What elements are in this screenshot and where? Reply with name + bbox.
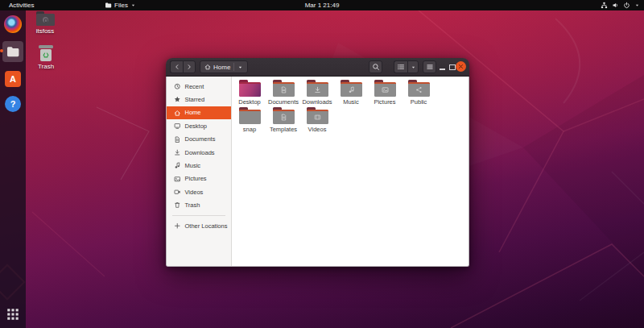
itsfoss-folder-icon <box>36 11 55 26</box>
folder-label: snap <box>243 126 256 133</box>
sidebar-item-label: Other Locations <box>185 222 228 230</box>
download-icon <box>174 149 181 156</box>
help-icon: ? <box>5 96 21 112</box>
sidebar-item-music[interactable]: Music <box>167 159 231 172</box>
folder-label: Pictures <box>374 98 395 106</box>
path-bar[interactable]: Home <box>200 60 248 73</box>
folder-icon <box>408 80 430 97</box>
show-applications-button[interactable] <box>6 307 20 322</box>
sidebar-item-trash[interactable]: Trash <box>167 199 231 212</box>
download-emblem-icon <box>314 86 321 93</box>
volume-icon <box>612 2 619 9</box>
minimize-button[interactable] <box>440 69 445 70</box>
firefox-icon <box>4 15 22 33</box>
sidebar-item-label: Videos <box>185 189 204 196</box>
folder-label: Videos <box>308 126 327 133</box>
dock-item-firefox[interactable] <box>3 15 23 34</box>
desktop-icon-trash[interactable]: Trash <box>27 45 64 70</box>
sidebar-item-label: Documents <box>185 135 216 143</box>
film-emblem-icon <box>314 114 321 121</box>
folder-label: Documents <box>268 98 299 106</box>
dock-item-files[interactable] <box>2 41 23 62</box>
folder-public[interactable]: Public <box>402 80 436 106</box>
sidebar-item-home[interactable]: Home <box>167 106 231 119</box>
clock-label: Mar 1 21:49 <box>305 2 340 9</box>
power-icon <box>623 2 630 9</box>
trash-can-icon <box>38 45 54 61</box>
sidebar-item-pictures[interactable]: Pictures <box>167 172 231 185</box>
sidebar-item-desktop[interactable]: Desktop <box>167 119 231 132</box>
path-location-label: Home <box>213 64 230 71</box>
files-icon <box>6 44 20 59</box>
clock[interactable]: Mar 1 21:49 <box>0 0 644 10</box>
maximize-button[interactable] <box>449 64 456 70</box>
sidebar-item-videos[interactable]: Videos <box>167 185 231 198</box>
list-view-button[interactable] <box>394 60 407 73</box>
ubuntu-software-icon: A <box>5 71 21 87</box>
desktop-icon <box>174 122 181 130</box>
hamburger-menu-icon <box>426 63 434 71</box>
folder-icon <box>273 80 295 97</box>
document-icon <box>174 136 181 143</box>
sidebar-item-downloads[interactable]: Downloads <box>167 146 231 159</box>
folder-downloads[interactable]: Downloads <box>300 80 334 106</box>
dock-item-ubuntu-software[interactable]: A <box>3 69 23 89</box>
sidebar-item-label: Pictures <box>185 175 207 182</box>
sidebar-item-starred[interactable]: Starred <box>167 93 231 106</box>
desktop-icon-label: itsfoss <box>36 27 55 35</box>
star-icon <box>174 96 181 103</box>
close-button[interactable] <box>456 61 466 72</box>
system-status-area[interactable] <box>601 0 640 10</box>
search-button[interactable] <box>369 60 382 73</box>
sidebar-item-documents[interactable]: Documents <box>167 133 231 146</box>
folder-videos[interactable]: Videos <box>300 107 334 134</box>
close-icon <box>458 64 464 69</box>
folder-documents[interactable]: Documents <box>266 80 300 106</box>
software-glyph: A <box>10 74 16 84</box>
list-view-icon <box>397 63 405 71</box>
chevron-down-icon <box>237 64 243 70</box>
picture-icon <box>174 176 181 183</box>
window-titlebar[interactable]: Home <box>166 58 469 77</box>
video-icon <box>174 189 181 196</box>
folder-icon <box>239 107 261 124</box>
file-grid[interactable]: Desktop Documents Downloads Music Pictur… <box>232 77 469 266</box>
folder-desktop[interactable]: Desktop <box>233 80 266 106</box>
folder-icon <box>374 80 396 97</box>
network-icon <box>601 2 608 9</box>
dock: A ? <box>0 10 26 328</box>
sidebar-item-other-locations[interactable]: Other Locations <box>167 219 231 232</box>
folder-icon <box>239 80 261 97</box>
document-emblem-icon <box>280 114 287 121</box>
dock-item-help[interactable]: ? <box>3 94 23 114</box>
forward-button[interactable] <box>183 60 196 73</box>
divider <box>172 215 225 216</box>
search-icon <box>372 63 380 71</box>
sidebar-item-label: Home <box>185 109 201 116</box>
folder-icon <box>341 80 362 97</box>
picture-emblem-icon <box>382 86 389 93</box>
folder-music[interactable]: Music <box>334 80 368 106</box>
music-emblem-icon <box>348 86 355 93</box>
sidebar-item-label: Desktop <box>185 122 208 130</box>
folder-templates[interactable]: Templates <box>266 107 300 134</box>
folder-icon <box>307 80 328 97</box>
clock-icon <box>174 83 181 90</box>
back-button[interactable] <box>170 60 183 73</box>
chevron-down-icon <box>634 2 640 8</box>
folder-icon <box>307 107 328 124</box>
sidebar-item-label: Starred <box>185 96 205 103</box>
sidebar-item-label: Music <box>185 162 201 169</box>
desktop-icon-itsfoss[interactable]: itsfoss <box>27 11 64 35</box>
view-options-button[interactable] <box>407 60 419 73</box>
recycle-icon <box>42 51 50 59</box>
folder-label: Music <box>343 98 359 106</box>
sidebar-item-recent[interactable]: Recent <box>167 80 231 93</box>
folder-pictures[interactable]: Pictures <box>368 80 402 106</box>
folder-icon <box>273 107 295 124</box>
files-window: Home Recent Starred Home Desktop Documen… <box>166 58 469 267</box>
chevron-right-icon <box>186 64 192 70</box>
hamburger-menu-button[interactable] <box>423 60 436 73</box>
folder-snap[interactable]: snap <box>233 107 266 134</box>
divider <box>233 63 234 71</box>
